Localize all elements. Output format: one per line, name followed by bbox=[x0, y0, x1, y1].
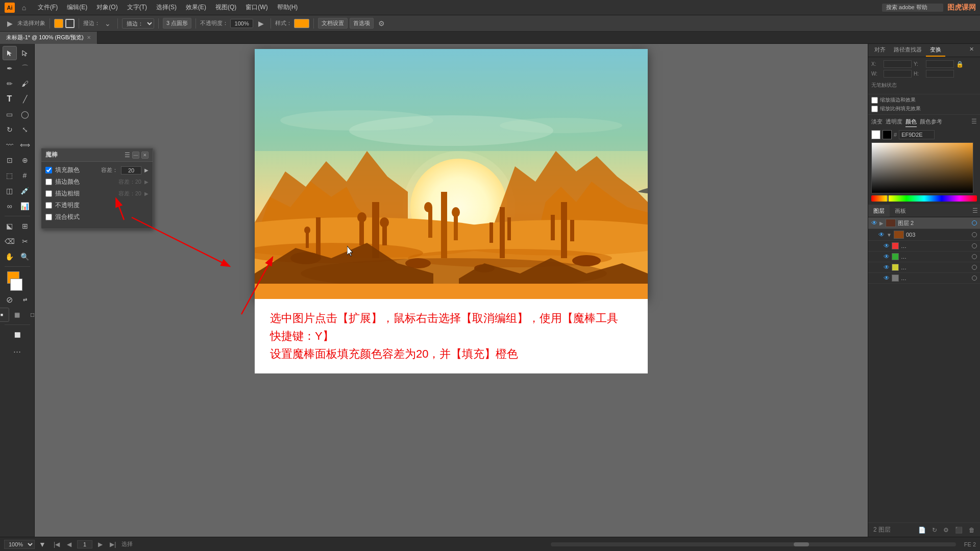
gradient-mode-btn[interactable]: ▦ bbox=[10, 308, 24, 322]
scale-proportional-checkbox[interactable] bbox=[871, 106, 878, 112]
layer-green-eye[interactable]: 👁 bbox=[884, 253, 890, 260]
opacity-input[interactable] bbox=[230, 19, 253, 28]
layer-2-expand[interactable]: ▶ bbox=[879, 220, 884, 226]
settings-icon[interactable]: ⚙ bbox=[376, 18, 387, 29]
blend-tool[interactable]: ∞ bbox=[3, 199, 17, 213]
none-mode-btn[interactable]: □ bbox=[26, 308, 40, 322]
more-tools-btn[interactable]: … bbox=[5, 343, 30, 357]
bar-chart-tool[interactable]: 📊 bbox=[18, 199, 32, 213]
color-tab-opacity[interactable]: 透明度 bbox=[886, 118, 902, 127]
tolerance-input[interactable] bbox=[121, 166, 141, 174]
menu-help[interactable]: 帮助(H) bbox=[273, 2, 302, 13]
none-btn[interactable]: ⊘ bbox=[3, 292, 17, 307]
background-swatch[interactable] bbox=[10, 279, 22, 291]
first-option-btn[interactable]: 首选项 bbox=[350, 18, 374, 29]
document-tab[interactable]: 未标题-1* @ 100% (RGB/预览) ✕ bbox=[0, 32, 97, 44]
prev-page-btn[interactable]: ◀ bbox=[65, 540, 73, 548]
rect-tool[interactable]: ▭ bbox=[3, 107, 17, 121]
scale-tool[interactable]: ⤡ bbox=[18, 122, 32, 137]
stroke-color-swatch[interactable] bbox=[65, 19, 75, 28]
first-page-btn[interactable]: |◀ bbox=[52, 540, 61, 548]
gradient-tool[interactable]: ◫ bbox=[3, 184, 17, 198]
panel-menu-icon[interactable]: ☰ bbox=[125, 152, 130, 159]
blend-mode-checkbox[interactable] bbox=[45, 214, 52, 220]
ellipse-tool[interactable]: ◯ bbox=[18, 107, 32, 121]
refresh-icon[interactable]: ↻ bbox=[930, 525, 939, 535]
tolerance-arrow[interactable]: ▶ bbox=[144, 167, 149, 173]
tab-align[interactable]: 对齐 bbox=[870, 44, 890, 57]
tab-pathfinder[interactable]: 路径查找器 bbox=[890, 44, 926, 57]
width-tool[interactable]: ⟺ bbox=[18, 138, 32, 152]
menu-select[interactable]: 选择(S) bbox=[152, 2, 181, 13]
warp-tool[interactable]: 〰 bbox=[3, 138, 17, 152]
panel-header[interactable]: 魔棒 ☰ — ✕ bbox=[41, 148, 153, 162]
scissors-tool[interactable]: ✂ bbox=[18, 234, 32, 248]
layers-panel-menu[interactable]: ☰ bbox=[970, 205, 980, 217]
swap-btn[interactable]: ⇄ bbox=[18, 292, 32, 307]
home-icon[interactable]: ⌂ bbox=[18, 2, 30, 13]
type-tool[interactable]: T bbox=[3, 92, 17, 106]
stroke-dropdown[interactable]: 描边： bbox=[122, 18, 154, 29]
tab-transform[interactable]: 变换 bbox=[926, 44, 945, 57]
shape-builder-tool[interactable]: ⊕ bbox=[18, 153, 32, 167]
black-swatch[interactable] bbox=[883, 130, 892, 139]
panel-close-btn[interactable]: ✕ bbox=[141, 152, 149, 159]
color-gradient-box[interactable] bbox=[871, 142, 973, 193]
x-input[interactable] bbox=[884, 60, 912, 68]
panel-close-right[interactable]: ✕ bbox=[965, 44, 978, 57]
direct-select-tool[interactable] bbox=[18, 46, 32, 60]
layer-item-yellow[interactable]: 👁 … bbox=[868, 262, 980, 273]
pencil-tool[interactable]: ✏ bbox=[3, 77, 17, 91]
rotate-tool[interactable]: ↻ bbox=[3, 122, 17, 137]
scale-strokes-checkbox[interactable] bbox=[871, 97, 878, 104]
style-swatch[interactable] bbox=[294, 19, 309, 28]
h-input[interactable] bbox=[926, 70, 954, 78]
y-input[interactable] bbox=[926, 60, 954, 68]
brush-tool[interactable]: 🖌 bbox=[18, 77, 32, 91]
w-input[interactable] bbox=[884, 70, 912, 78]
menu-file[interactable]: 文件(F) bbox=[34, 2, 62, 13]
layer-item-green[interactable]: 👁 … bbox=[868, 252, 980, 262]
menu-view[interactable]: 视图(Q) bbox=[211, 2, 240, 13]
select-tool[interactable] bbox=[3, 46, 17, 60]
doc-settings-btn[interactable]: 文档设置 bbox=[318, 18, 348, 29]
zoom-tool[interactable]: 🔍 bbox=[18, 249, 32, 264]
search-input[interactable] bbox=[882, 4, 943, 12]
page-number-input[interactable] bbox=[77, 540, 92, 548]
color-tab-gradient[interactable]: 淡变 bbox=[871, 118, 883, 127]
opacity-checkbox[interactable] bbox=[45, 202, 52, 209]
eraser-tool[interactable]: ⌫ bbox=[3, 234, 17, 248]
symbol-tool[interactable]: ⬜ bbox=[5, 328, 30, 342]
hand-tool[interactable]: ✋ bbox=[3, 249, 17, 264]
new-layer-icon[interactable]: 📄 bbox=[916, 525, 928, 535]
curvature-tool[interactable]: ⌒ bbox=[18, 61, 32, 76]
layer-item-red[interactable]: 👁 … bbox=[868, 241, 980, 252]
mesh-tool[interactable]: # bbox=[18, 168, 32, 183]
stroke-color-checkbox[interactable] bbox=[45, 179, 52, 185]
zoom-down-icon[interactable]: ▼ bbox=[37, 539, 48, 550]
menu-effect[interactable]: 效果(E) bbox=[182, 2, 210, 13]
menu-text[interactable]: 文字(T) bbox=[123, 2, 151, 13]
hex-color-input[interactable] bbox=[899, 130, 935, 139]
color-tab-color[interactable]: 颜色 bbox=[905, 118, 917, 127]
horizontal-scrollbar[interactable] bbox=[551, 542, 956, 546]
layers-tab-layers[interactable]: 图层 bbox=[868, 205, 890, 217]
layers-expand-icon[interactable]: ⬛ bbox=[953, 525, 965, 535]
layer-gray-eye[interactable]: 👁 bbox=[884, 274, 890, 282]
menu-edit[interactable]: 编辑(E) bbox=[63, 2, 91, 13]
layer-003-expand[interactable]: ▼ bbox=[887, 232, 892, 238]
last-page-btn[interactable]: ▶| bbox=[108, 540, 117, 548]
white-swatch[interactable] bbox=[871, 130, 880, 139]
next-page-btn[interactable]: ▶ bbox=[96, 540, 104, 548]
layer-yellow-eye[interactable]: 👁 bbox=[884, 264, 890, 271]
color-tab-reference[interactable]: 颜色参考 bbox=[920, 118, 942, 127]
delete-layer-icon[interactable]: 🗑 bbox=[967, 525, 977, 535]
layers-settings-icon[interactable]: ⚙ bbox=[941, 525, 951, 535]
free-transform-tool[interactable]: ⊡ bbox=[3, 153, 17, 167]
menu-object[interactable]: 对象(O) bbox=[92, 2, 121, 13]
layer-003-eye[interactable]: 👁 bbox=[878, 231, 885, 238]
perspective-tool[interactable]: ⬚ bbox=[3, 168, 17, 183]
stroke-width-checkbox[interactable] bbox=[45, 190, 52, 197]
fill-color-checkbox[interactable] bbox=[45, 167, 52, 173]
slice-tool[interactable]: ⊞ bbox=[18, 219, 32, 233]
